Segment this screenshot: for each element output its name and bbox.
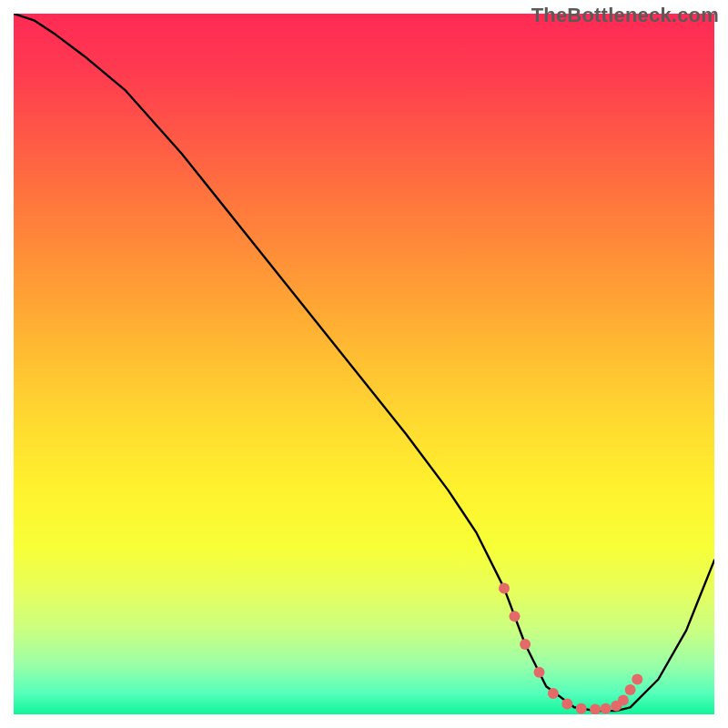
highlight-dot: [625, 684, 636, 695]
optimal-range-dots: [499, 582, 642, 714]
highlight-dot: [601, 703, 612, 714]
highlight-dot: [576, 703, 587, 714]
highlight-dot: [548, 688, 559, 699]
highlight-dot: [561, 699, 572, 710]
highlight-dot: [534, 667, 545, 678]
highlight-dot: [510, 611, 521, 622]
highlight-dot: [632, 674, 642, 685]
highlight-dot: [590, 704, 601, 714]
plot-area: [14, 14, 714, 714]
highlight-dot: [618, 695, 629, 706]
chart-svg: [14, 14, 714, 714]
highlight-dot: [520, 639, 531, 650]
watermark-label: TheBottleneck.com: [531, 4, 719, 27]
bottleneck-curve: [14, 14, 714, 711]
highlight-dot: [499, 582, 510, 593]
chart-container: TheBottleneck.com: [0, 0, 728, 728]
